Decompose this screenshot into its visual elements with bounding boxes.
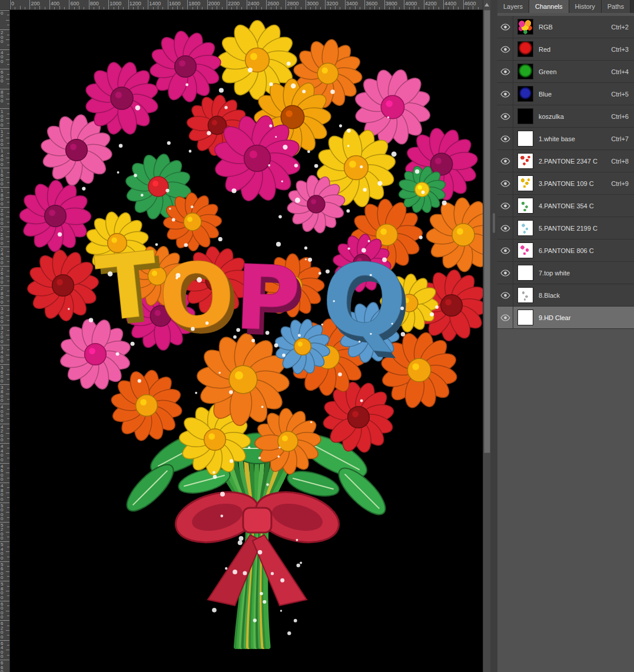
ruler-label: 800 <box>90 1 99 6</box>
ruler-tick <box>7 448 9 448</box>
ruler-tick <box>7 399 9 400</box>
ruler-tick <box>6 20 9 21</box>
ruler-label: 6000 <box>1 602 5 620</box>
ruler-tick <box>187 0 188 9</box>
ruler-tick <box>7 162 9 163</box>
visibility-eye-toggle[interactable] <box>497 150 513 172</box>
ruler-tick <box>439 7 439 9</box>
channel-row-7[interactable]: 2.PANTONE 2347 CCtrl+8 <box>497 150 634 172</box>
ruler-label: 2000 <box>208 1 220 6</box>
channel-shortcut: Ctrl+8 <box>611 158 629 165</box>
tab-paths[interactable]: Paths <box>602 0 630 13</box>
ruler-tick <box>7 212 9 212</box>
visibility-eye-toggle[interactable] <box>497 262 513 284</box>
channel-thumbnail[interactable] <box>517 19 533 35</box>
ruler-tick <box>108 0 109 9</box>
visibility-eye-toggle[interactable] <box>497 195 513 217</box>
ruler-label: 1200 <box>130 1 141 6</box>
channel-thumbnail[interactable] <box>517 310 533 325</box>
ruler-tick <box>7 84 9 84</box>
ruler-label: 5200 <box>1 523 5 541</box>
ruler-tick <box>6 256 9 257</box>
tab-layers[interactable]: Layers <box>497 0 529 13</box>
visibility-eye-toggle[interactable] <box>497 307 513 329</box>
ruler-tick <box>84 7 84 9</box>
channel-row-1[interactable]: RGBCtrl+2 <box>497 16 634 38</box>
visibility-eye-toggle[interactable] <box>497 16 513 38</box>
tab-channels[interactable]: Channels <box>529 0 569 13</box>
ruler-tick <box>7 557 9 557</box>
channel-row-10[interactable]: 5.PANTONE 2199 C <box>497 217 634 239</box>
ruler-tick <box>7 202 9 202</box>
channel-thumbnail[interactable] <box>517 265 533 281</box>
canvas-area[interactable]: TTOOPPQQ <box>10 10 483 672</box>
visibility-eye-toggle[interactable] <box>497 172 513 195</box>
ruler-tick <box>6 394 9 394</box>
ruler-tick <box>7 428 9 429</box>
ruler-tick <box>7 143 9 144</box>
ruler-tick <box>7 438 9 439</box>
ruler-tick <box>7 379 9 380</box>
ruler-tick <box>251 7 252 9</box>
visibility-eye-toggle[interactable] <box>497 61 513 83</box>
visibility-eye-toggle[interactable] <box>497 38 513 61</box>
svg-text:Q: Q <box>317 239 411 362</box>
visibility-eye-toggle[interactable] <box>497 105 513 128</box>
channel-thumbnail[interactable] <box>517 287 533 303</box>
channel-thumbnail[interactable] <box>517 175 533 191</box>
ruler-tick <box>202 7 203 9</box>
channel-row-5[interactable]: koszulkaCtrl+6 <box>497 105 634 128</box>
ruler-tick <box>182 7 183 9</box>
ruler-tick <box>222 7 223 9</box>
ruler-tick <box>310 7 311 9</box>
ruler-tick <box>6 217 9 217</box>
ruler-tick <box>7 547 9 547</box>
vertical-scrollbar[interactable] <box>483 0 490 672</box>
channel-thumbnail[interactable] <box>517 86 533 102</box>
tab-history[interactable]: History <box>569 0 602 13</box>
channel-row-12[interactable]: 7.top white <box>497 262 634 284</box>
channel-thumbnail[interactable] <box>517 220 533 236</box>
visibility-eye-toggle[interactable] <box>497 128 513 150</box>
ruler-tick <box>7 222 9 222</box>
ruler-tick <box>7 487 9 488</box>
channel-thumbnail[interactable] <box>517 64 533 79</box>
ruler-tick <box>148 0 148 9</box>
channel-row-9[interactable]: 4.PANTONE 354 C <box>497 195 634 217</box>
visibility-eye-toggle[interactable] <box>497 83 513 105</box>
channel-thumbnail[interactable] <box>517 153 533 169</box>
ruler-label: 3600 <box>1 365 5 383</box>
channel-row-4[interactable]: BlueCtrl+5 <box>497 83 634 105</box>
channel-row-3[interactable]: GreenCtrl+4 <box>497 61 634 83</box>
ruler-tick <box>7 566 9 567</box>
visibility-eye-toggle[interactable] <box>497 239 513 262</box>
ruler-tick <box>389 7 390 9</box>
visibility-eye-toggle[interactable] <box>497 284 513 307</box>
channel-row-13[interactable]: 8.Black <box>497 284 634 307</box>
scroll-up-icon[interactable] <box>484 3 489 6</box>
eye-icon <box>500 113 510 120</box>
ruler-tick <box>301 7 301 9</box>
channel-thumbnail[interactable] <box>517 108 533 124</box>
ruler-tick <box>6 374 9 375</box>
channel-thumbnail[interactable] <box>517 242 533 258</box>
channel-row-11[interactable]: 6.PANTONE 806 C <box>497 239 634 262</box>
ruler-tick <box>7 320 9 321</box>
ruler-tick <box>6 473 9 473</box>
ruler-label: 5000 <box>1 504 5 521</box>
ruler-label: 1800 <box>1 188 5 206</box>
channel-thumbnail[interactable] <box>517 41 533 57</box>
channel-row-2[interactable]: RedCtrl+3 <box>497 38 634 61</box>
panel-divider-grip[interactable] <box>493 213 495 233</box>
scrollbar-thumb[interactable] <box>484 10 490 453</box>
channel-row-6[interactable]: 1.white baseCtrl+7 <box>497 128 634 150</box>
visibility-eye-toggle[interactable] <box>497 217 513 239</box>
channel-thumbnail[interactable] <box>517 198 533 214</box>
channel-row-14[interactable]: 9.HD Clear <box>497 307 634 329</box>
ruler-tick <box>7 133 9 134</box>
channel-row-8[interactable]: 3.PANTONE 109 CCtrl+9 <box>497 172 634 195</box>
ruler-label: 600 <box>70 1 79 6</box>
channel-thumbnail[interactable] <box>517 131 533 147</box>
ruler-tick <box>384 0 385 9</box>
eye-icon <box>500 292 510 299</box>
